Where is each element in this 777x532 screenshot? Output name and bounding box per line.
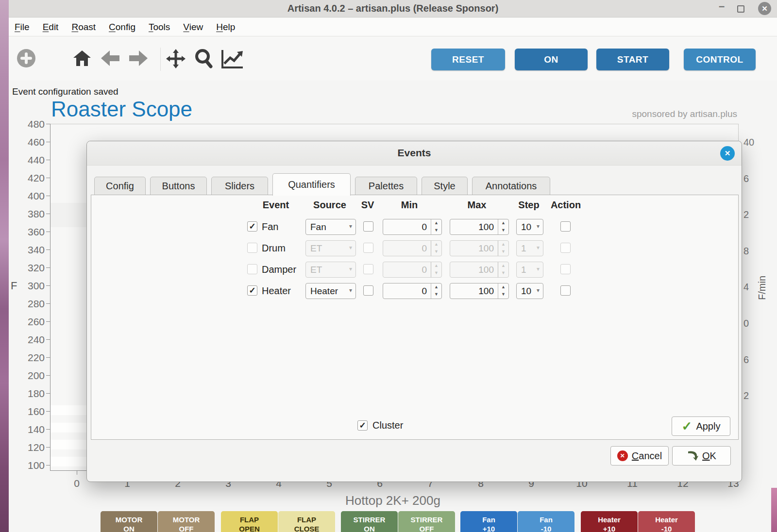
spin-up-icon[interactable]: ▲ [431, 283, 441, 291]
tab-buttons[interactable]: Buttons [150, 177, 207, 195]
menu-item-config[interactable]: Config [109, 22, 135, 33]
spin-up-icon[interactable]: ▲ [498, 219, 508, 227]
menu-item-roast[interactable]: Roast [71, 22, 96, 33]
heater-source-dropdown[interactable]: Heater▾ [305, 283, 356, 299]
heater-max-spinbox[interactable]: 100▲▼ [450, 283, 509, 299]
event-button-stirrer-on[interactable]: STIRRERON [341, 511, 398, 532]
drum-max-spinbox[interactable]: 100▲▼ [450, 240, 509, 256]
event-button-fan--10[interactable]: Fan-10 [518, 511, 574, 532]
fan-sv-checkbox[interactable] [363, 221, 373, 232]
fan-source-dropdown[interactable]: Fan▾ [305, 219, 356, 235]
y-tick-mark [46, 160, 50, 160]
spin-buttons[interactable]: ▲▼ [498, 283, 508, 299]
drum-min-spinbox[interactable]: 0▲▼ [383, 240, 442, 256]
event-button-stirrer-off[interactable]: STIRREROFF [398, 511, 455, 532]
tab-config[interactable]: Config [94, 177, 146, 195]
event-button-flap-open[interactable]: FLAPOPEN [221, 511, 278, 532]
drum-source-dropdown[interactable]: ET▾ [305, 240, 356, 256]
spin-down-icon[interactable]: ▼ [431, 269, 441, 277]
spin-down-icon[interactable]: ▼ [498, 248, 508, 255]
dialog-titlebar[interactable]: Events ✕ [87, 141, 742, 166]
event-button-flap-close[interactable]: FLAPCLOSE [278, 511, 335, 532]
menu-item-help[interactable]: Help [216, 22, 235, 33]
damper-min-spinbox[interactable]: 0▲▼ [383, 262, 442, 278]
heater-enable-checkbox[interactable]: ✓ [247, 285, 257, 296]
spin-down-icon[interactable]: ▼ [431, 248, 441, 255]
control-button[interactable]: CONTROL [684, 49, 756, 70]
home-icon[interactable] [73, 50, 91, 66]
tab-palettes[interactable]: Palettes [355, 177, 417, 195]
fan-action-checkbox[interactable] [560, 221, 571, 232]
fan-step-dropdown[interactable]: 10▾ [516, 219, 543, 235]
tab-sliders[interactable]: Sliders [211, 177, 268, 195]
apply-button[interactable]: ✓ Apply [672, 416, 730, 436]
fan-enable-checkbox[interactable]: ✓ [247, 221, 257, 232]
start-button[interactable]: START [596, 49, 669, 70]
spin-buttons[interactable]: ▲▼ [498, 262, 508, 277]
maximize-button[interactable] [737, 5, 744, 13]
drum-sv-checkbox[interactable] [363, 243, 373, 253]
spin-buttons[interactable]: ▲▼ [431, 241, 441, 256]
spin-buttons[interactable]: ▲▼ [498, 219, 508, 234]
back-arrow-icon[interactable] [101, 50, 119, 66]
menu-item-tools[interactable]: Tools [149, 22, 170, 33]
spin-up-icon[interactable]: ▲ [431, 241, 441, 248]
spin-up-icon[interactable]: ▲ [498, 262, 508, 269]
source-value: Fan [310, 222, 326, 233]
forward-arrow-icon[interactable] [129, 50, 148, 66]
event-button-motor-on[interactable]: MOTORON [101, 511, 157, 532]
damper-enable-checkbox[interactable] [247, 264, 257, 274]
tab-quantifiers[interactable]: Quantifiers [272, 173, 351, 196]
heater-sv-checkbox[interactable] [363, 285, 373, 296]
damper-sv-checkbox[interactable] [363, 264, 373, 274]
spin-up-icon[interactable]: ▲ [498, 283, 508, 291]
spin-buttons[interactable]: ▲▼ [498, 241, 508, 256]
spin-buttons[interactable]: ▲▼ [431, 219, 441, 234]
spin-down-icon[interactable]: ▼ [498, 291, 508, 298]
spin-down-icon[interactable]: ▼ [498, 227, 508, 234]
heater-step-dropdown[interactable]: 10▾ [516, 283, 543, 299]
tab-style[interactable]: Style [422, 177, 468, 195]
line-chart-icon[interactable] [221, 49, 244, 68]
pan-icon[interactable] [166, 49, 186, 68]
damper-action-checkbox[interactable] [560, 264, 571, 274]
tab-annotations[interactable]: Annotations [472, 177, 550, 195]
event-button-heater-+10[interactable]: Heater+10 [581, 511, 638, 532]
heater-action-checkbox[interactable] [560, 285, 571, 296]
drum-enable-checkbox[interactable] [247, 243, 257, 253]
spin-up-icon[interactable]: ▲ [431, 262, 441, 269]
drum-action-checkbox[interactable] [560, 243, 571, 253]
event-button-motor-off[interactable]: MOTOROFF [158, 511, 215, 532]
damper-source-dropdown[interactable]: ET▾ [305, 262, 356, 278]
reset-button[interactable]: RESET [431, 49, 505, 70]
spin-down-icon[interactable]: ▼ [431, 291, 441, 298]
event-button-fan-+10[interactable]: Fan+10 [460, 511, 517, 532]
add-circle-icon[interactable] [17, 49, 36, 68]
on-button[interactable]: ON [515, 49, 588, 70]
event-button-heater--10[interactable]: Heater-10 [638, 511, 695, 532]
spin-up-icon[interactable]: ▲ [431, 219, 441, 227]
fan-min-spinbox[interactable]: 0▲▼ [383, 219, 442, 235]
spin-buttons[interactable]: ▲▼ [431, 283, 441, 299]
damper-max-spinbox[interactable]: 100▲▼ [450, 262, 509, 278]
minimize-button[interactable]: – [719, 0, 725, 13]
drum-step-dropdown[interactable]: 1▾ [516, 240, 543, 256]
spin-up-icon[interactable]: ▲ [498, 241, 508, 248]
spin-down-icon[interactable]: ▼ [431, 227, 441, 234]
ok-button[interactable]: OK [672, 446, 731, 466]
damper-step-dropdown[interactable]: 1▾ [516, 262, 543, 278]
cluster-checkbox[interactable]: ✓ [357, 420, 368, 431]
window-close-button[interactable]: ✕ [758, 2, 771, 15]
spin-buttons[interactable]: ▲▼ [431, 262, 441, 277]
events-dialog: Events ✕ ConfigButtonsSlidersQuantifiers… [86, 141, 742, 482]
cancel-button[interactable]: ✕ Cancel [610, 446, 669, 466]
spin-down-icon[interactable]: ▼ [498, 269, 508, 277]
menu-item-edit[interactable]: Edit [43, 22, 59, 33]
heater-min-spinbox[interactable]: 0▲▼ [383, 283, 442, 299]
menu-item-file[interactable]: File [15, 22, 30, 33]
zoom-icon[interactable] [194, 49, 213, 68]
dialog-close-button[interactable]: ✕ [720, 146, 735, 161]
menu-item-view[interactable]: View [183, 22, 203, 33]
fan-max-spinbox[interactable]: 100▲▼ [450, 219, 509, 235]
window-titlebar[interactable]: Artisan 4.0.2 – artisan.plus (Release Sp… [9, 0, 777, 17]
